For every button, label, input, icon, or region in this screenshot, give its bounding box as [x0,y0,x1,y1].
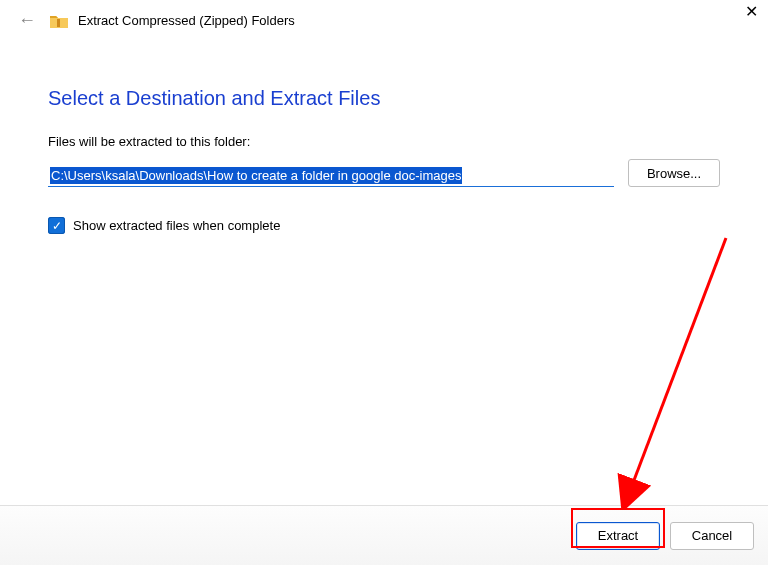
close-icon[interactable]: ✕ [745,2,758,21]
titlebar-title: Extract Compressed (Zipped) Folders [78,13,295,28]
page-heading: Select a Destination and Extract Files [48,87,720,110]
dialog-content: Select a Destination and Extract Files F… [0,41,768,234]
extract-button[interactable]: Extract [576,522,660,550]
titlebar: ← Extract Compressed (Zipped) Folders [0,0,768,41]
zip-folder-icon [50,14,68,28]
svg-line-1 [628,238,726,496]
show-files-label: Show extracted files when complete [73,218,280,233]
back-arrow-icon[interactable]: ← [14,8,40,33]
destination-path-input[interactable]: C:\Users\ksala\Downloads\How to create a… [48,166,614,187]
path-label: Files will be extracted to this folder: [48,134,720,149]
checkbox-checked-icon: ✓ [48,217,65,234]
path-row: C:\Users\ksala\Downloads\How to create a… [48,159,720,187]
browse-button[interactable]: Browse... [628,159,720,187]
destination-path-value: C:\Users\ksala\Downloads\How to create a… [50,167,462,184]
cancel-button[interactable]: Cancel [670,522,754,550]
svg-rect-0 [57,19,60,27]
annotation-arrow-icon [598,230,738,510]
dialog-button-bar: Extract Cancel [0,505,768,565]
show-files-checkbox[interactable]: ✓ Show extracted files when complete [48,217,720,234]
